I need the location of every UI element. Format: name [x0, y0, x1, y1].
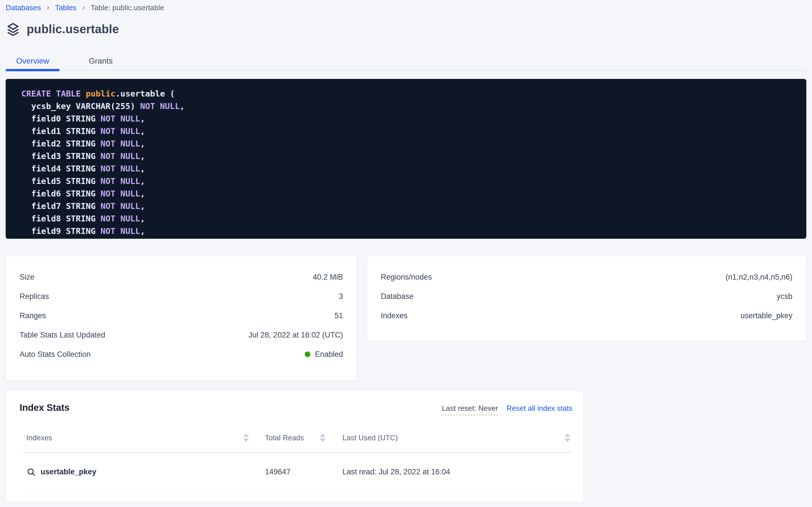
tabs-bar: Overview Grants — [6, 52, 806, 70]
detail-label: Regions/nodes — [381, 273, 432, 282]
chevron-right-icon: › — [82, 3, 85, 11]
sort-down-icon — [243, 439, 249, 442]
table-details-card: Size 40.2 MiB Replicas 3 Ranges 51 Table… — [6, 256, 357, 381]
code-line: field9 STRING NOT NULL, — [21, 225, 800, 237]
column-header[interactable]: Last Used (UTC) — [332, 434, 572, 442]
detail-value-text: ycsb — [776, 292, 793, 301]
status-dot-icon — [305, 351, 310, 357]
code-line: field7 STRING NOT NULL, — [21, 200, 800, 212]
detail-row: Database ycsb — [381, 287, 793, 306]
page-title: public.usertable — [27, 22, 119, 36]
index-stats-table-header: Indexes Total Reads Last Used (UTC) — [23, 423, 572, 453]
detail-row: Table Stats Last Updated Jul 28, 2022 at… — [19, 325, 343, 345]
detail-value: (n1,n2,n3,n4,n5,n6) — [726, 273, 793, 282]
tab-grants[interactable]: Grants — [74, 52, 128, 70]
magnifier-icon — [26, 467, 36, 477]
detail-label: Size — [19, 273, 35, 282]
code-line: field4 STRING NOT NULL, — [21, 162, 800, 175]
index-stats-row: usertable_pkey 149647 Last read: Jul 28,… — [23, 453, 572, 491]
index-stats-table-body: usertable_pkey 149647 Last read: Jul 28,… — [23, 453, 572, 491]
index-stats-header: Index Stats Last reset: Never Reset all … — [19, 402, 572, 415]
detail-label: Auto Stats Collection — [19, 350, 91, 359]
code-line: field0 STRING NOT NULL, — [21, 112, 800, 125]
detail-value-text: 3 — [339, 292, 343, 301]
detail-label: Database — [381, 292, 414, 301]
detail-value: 51 — [334, 312, 343, 320]
sort-up-icon — [243, 434, 249, 437]
breadcrumb: Databases › Tables › Table: public.usert… — [6, 0, 806, 12]
breadcrumb-link-tables[interactable]: Tables — [55, 3, 76, 12]
database-details-rows: Regions/nodes (n1,n2,n3,n4,n5,n6) Databa… — [381, 267, 793, 325]
index-name-cell[interactable]: usertable_pkey — [23, 467, 256, 477]
detail-label: Ranges — [19, 312, 46, 320]
code-line: field1 STRING NOT NULL, — [21, 125, 800, 137]
breadcrumb-link-databases[interactable]: Databases — [6, 3, 41, 12]
sort-up-icon — [320, 434, 325, 437]
last-reset-label: Last reset: Never — [442, 404, 498, 415]
database-details-card: Regions/nodes (n1,n2,n3,n4,n5,n6) Databa… — [367, 256, 806, 341]
detail-row: Size 40.2 MiB — [19, 267, 343, 287]
sort-up-icon — [565, 434, 570, 437]
detail-value-text: usertable_pkey — [741, 312, 793, 320]
breadcrumb-current: Table: public.usertable — [90, 3, 164, 12]
index-stats-table: Indexes Total Reads Last Used (UTC) user… — [23, 423, 572, 491]
detail-row: Regions/nodes (n1,n2,n3,n4,n5,n6) — [381, 267, 793, 287]
column-header-label: Total Reads — [265, 434, 304, 442]
detail-row: Indexes usertable_pkey — [381, 306, 793, 325]
detail-value-text: (n1,n2,n3,n4,n5,n6) — [726, 273, 793, 282]
code-line: field3 STRING NOT NULL, — [21, 150, 800, 162]
detail-row: Auto Stats Collection Enabled — [19, 345, 343, 364]
tab-overview[interactable]: Overview — [6, 52, 60, 70]
detail-label: Replicas — [19, 292, 49, 301]
table-stack-icon — [6, 22, 20, 37]
sort-arrows-icon[interactable] — [243, 434, 249, 442]
detail-value: 3 — [339, 292, 343, 301]
table-details-rows: Size 40.2 MiB Replicas 3 Ranges 51 Table… — [19, 267, 343, 364]
detail-value-text: 51 — [334, 312, 343, 320]
code-line: field8 STRING NOT NULL, — [21, 212, 800, 225]
column-header[interactable]: Total Reads — [256, 434, 332, 442]
column-header-label: Indexes — [26, 434, 52, 442]
detail-value-text: 40.2 MiB — [313, 273, 343, 282]
chevron-right-icon: › — [47, 3, 49, 11]
total-reads-cell: 149647 — [256, 467, 332, 476]
column-header[interactable]: Indexes — [23, 434, 256, 442]
index-stats-header-right: Last reset: Never Reset all index stats — [442, 404, 572, 415]
code-line: CREATE TABLE public.usertable ( — [21, 88, 800, 100]
code-line: field5 STRING NOT NULL, — [21, 175, 800, 187]
sort-arrows-icon[interactable] — [565, 434, 570, 442]
detail-row: Ranges 51 — [19, 306, 343, 325]
detail-value-text: Jul 28, 2022 at 16:02 (UTC) — [249, 331, 343, 340]
page-header: public.usertable — [6, 20, 806, 39]
sort-down-icon — [565, 439, 570, 442]
detail-value: ycsb — [776, 292, 793, 301]
reset-index-stats-link[interactable]: Reset all index stats — [506, 404, 572, 413]
detail-value: Jul 28, 2022 at 16:02 (UTC) — [249, 331, 343, 340]
create-statement-code-block: CREATE TABLE public.usertable ( ycsb_key… — [6, 79, 806, 239]
detail-value: 40.2 MiB — [313, 273, 343, 282]
code-line: ycsb_key VARCHAR(255) NOT NULL, — [21, 100, 800, 112]
details-cards-row: Size 40.2 MiB Replicas 3 Ranges 51 Table… — [6, 256, 806, 381]
column-header-label: Last Used (UTC) — [342, 434, 398, 442]
detail-label: Table Stats Last Updated — [19, 331, 105, 340]
last-used-cell: Last read: Jul 28, 2022 at 16:04 — [332, 467, 572, 476]
code-line: field6 STRING NOT NULL, — [21, 187, 800, 200]
code-line: field2 STRING NOT NULL, — [21, 137, 800, 150]
detail-label: Indexes — [381, 312, 408, 320]
sort-arrows-icon[interactable] — [320, 434, 325, 442]
detail-value: usertable_pkey — [741, 312, 793, 320]
index-name: usertable_pkey — [41, 467, 97, 476]
detail-row: Replicas 3 — [19, 287, 343, 306]
detail-value-text: Enabled — [315, 350, 343, 359]
sort-down-icon — [320, 439, 325, 442]
detail-value: Enabled — [305, 350, 343, 359]
table-detail-page: Databases › Tables › Table: public.usert… — [0, 0, 812, 502]
index-stats-title: Index Stats — [19, 402, 69, 413]
index-stats-card: Index Stats Last reset: Never Reset all … — [6, 391, 583, 502]
